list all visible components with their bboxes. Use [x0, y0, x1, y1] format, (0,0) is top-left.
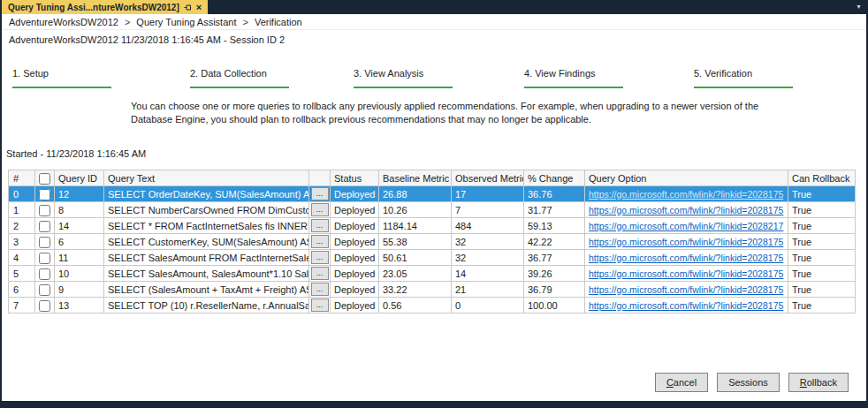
query-option-link[interactable]: https://go.microsoft.com/fwlink/?linkid=… [589, 237, 783, 247]
step-label[interactable]: 2. Data Collection [190, 68, 323, 79]
can-rollback-cell: True [788, 234, 856, 250]
row-checkbox[interactable] [39, 189, 50, 200]
row-number: 1 [9, 202, 35, 218]
pin-icon[interactable] [184, 4, 192, 11]
ellipsis-button[interactable]: ... [311, 251, 329, 264]
query-table-body: 012SELECT OrderDateKey, SUM(SalesAmount)… [9, 186, 856, 314]
content-area: AdventureWorksDW2012 > Query Tuning Assi… [2, 14, 866, 401]
step-label[interactable]: 4. View Findings [524, 68, 657, 79]
breadcrumb-item-query-tuning-assistant[interactable]: Query Tuning Assistant [136, 17, 236, 27]
col-header-baseline-metric: Baseline Metric [379, 170, 452, 186]
ellipsis-button[interactable]: ... [311, 283, 329, 296]
ellipsis-button[interactable]: ... [311, 219, 329, 232]
breadcrumb: AdventureWorksDW2012 > Query Tuning Assi… [2, 14, 866, 30]
step-underline [694, 87, 793, 88]
breadcrumb-item-verification: Verification [255, 17, 302, 27]
query-id-cell: 11 [55, 250, 104, 266]
observed-metric-cell: 17 [452, 186, 524, 202]
row-checkbox[interactable] [39, 221, 50, 232]
row-checkbox-cell [35, 298, 55, 314]
col-header-status: Status [331, 170, 379, 186]
status-cell: Deployed [331, 266, 379, 282]
table-row[interactable]: 18SELECT NumberCarsOwned FROM DimCustome… [9, 202, 856, 218]
wizard-step-data-collection: 2. Data Collection [190, 68, 323, 88]
ellipsis-button[interactable]: ... [311, 235, 329, 248]
row-checkbox[interactable] [39, 253, 50, 264]
can-rollback-cell: True [788, 202, 856, 218]
rollback-button[interactable]: Rollback [788, 373, 849, 392]
table-row[interactable]: 510SELECT SalesAmount, SalesAmount*1.10 … [9, 266, 856, 282]
col-header-percent-change: % Change [524, 170, 585, 186]
col-header-observed-metric: Observed Metric [452, 170, 524, 186]
select-all-checkbox[interactable] [39, 173, 50, 185]
step-label[interactable]: 3. View Analysis [354, 68, 486, 79]
document-tab[interactable]: Query Tuning Assi...ntureWorksDW2012] × [2, 0, 208, 14]
wizard-steps: 1. Setup 2. Data Collection 3. View Anal… [2, 68, 866, 96]
wizard-step-view-analysis: 3. View Analysis [354, 68, 486, 88]
query-id-cell: 6 [55, 234, 104, 250]
step-label[interactable]: 1. Setup [12, 68, 145, 79]
row-checkbox[interactable] [39, 205, 50, 216]
sessions-button[interactable]: Sessions [717, 373, 780, 392]
observed-metric-cell: 21 [452, 282, 524, 298]
observed-metric-cell: 14 [452, 266, 524, 282]
row-checkbox-cell [35, 234, 55, 250]
query-option-link[interactable]: https://go.microsoft.com/fwlink/?linkid=… [589, 189, 783, 200]
query-option-link[interactable]: https://go.microsoft.com/fwlink/?linkid=… [589, 284, 783, 295]
query-table: # Query ID Query Text Status Baseline Me… [8, 170, 856, 314]
page-description: You can choose one or more queries to ro… [131, 100, 787, 126]
ellipsis-button[interactable]: ... [311, 203, 329, 216]
table-row[interactable]: 411SELECT SalesAmount FROM FactInternetS… [9, 250, 856, 266]
step-underline [354, 87, 453, 88]
query-text-cell: SELECT CustomerKey, SUM(SalesAmount) AS … [104, 234, 309, 250]
ellipsis-cell: ... [309, 202, 331, 218]
query-option-cell: https://go.microsoft.com/fwlink/?linkid=… [585, 186, 788, 202]
table-header-row: # Query ID Query Text Status Baseline Me… [9, 170, 856, 186]
observed-metric-cell: 0 [452, 298, 524, 314]
row-checkbox-cell [35, 250, 55, 266]
cancel-button[interactable]: Cancel [655, 373, 708, 392]
query-text-cell: SELECT SalesAmount FROM FactInternetSale… [104, 250, 309, 266]
query-option-cell: https://go.microsoft.com/fwlink/?linkid=… [585, 218, 788, 234]
status-cell: Deployed [331, 250, 379, 266]
ellipsis-cell: ... [309, 282, 331, 298]
table-row[interactable]: 69SELECT (SalesAmount + TaxAmt + Freight… [9, 282, 856, 298]
tab-list-dropdown-icon[interactable]: ▼ [856, 4, 862, 10]
col-header-can-rollback: Can Rollback [788, 170, 856, 186]
status-cell: Deployed [331, 202, 379, 218]
table-row[interactable]: 36SELECT CustomerKey, SUM(SalesAmount) A… [9, 234, 856, 250]
query-option-link[interactable]: https://go.microsoft.com/fwlink/?linkid=… [589, 300, 783, 311]
query-id-cell: 12 [55, 186, 104, 202]
table-row[interactable]: 214SELECT * FROM FactInternetSales fis I… [9, 218, 856, 234]
query-option-cell: https://go.microsoft.com/fwlink/?linkid=… [585, 250, 788, 266]
row-checkbox-cell [35, 282, 55, 298]
ellipsis-cell: ... [309, 266, 331, 282]
row-number: 7 [9, 298, 35, 314]
observed-metric-cell: 484 [452, 218, 524, 234]
ellipsis-button[interactable]: ... [311, 187, 329, 200]
query-text-cell: SELECT TOP (10) r.ResellerName, r.Annual… [104, 298, 309, 314]
row-checkbox[interactable] [39, 300, 50, 312]
query-option-link[interactable]: https://go.microsoft.com/fwlink/?linkid=… [589, 205, 783, 215]
ellipsis-button[interactable]: ... [311, 267, 329, 280]
query-option-link[interactable]: https://go.microsoft.com/fwlink/?linkid=… [589, 253, 783, 263]
row-checkbox-cell [35, 218, 55, 234]
ellipsis-button[interactable]: ... [311, 298, 329, 312]
baseline-metric-cell: 23.05 [379, 266, 452, 282]
tab-bar: Query Tuning Assi...ntureWorksDW2012] × … [0, 0, 868, 14]
query-option-link[interactable]: https://go.microsoft.com/fwlink/?linkid=… [589, 221, 783, 231]
can-rollback-cell: True [788, 298, 856, 314]
table-row[interactable]: 713SELECT TOP (10) r.ResellerName, r.Ann… [9, 298, 856, 314]
baseline-metric-cell: 50.61 [379, 250, 452, 266]
row-checkbox[interactable] [39, 268, 50, 280]
query-option-link[interactable]: https://go.microsoft.com/fwlink/?linkid=… [589, 268, 783, 279]
row-number: 3 [9, 234, 35, 250]
row-checkbox[interactable] [39, 237, 50, 248]
table-row[interactable]: 012SELECT OrderDateKey, SUM(SalesAmount)… [9, 186, 856, 202]
status-cell: Deployed [331, 234, 379, 250]
row-checkbox[interactable] [39, 284, 50, 296]
row-checkbox-cell [35, 202, 55, 218]
breadcrumb-item-database[interactable]: AdventureWorksDW2012 [9, 17, 118, 27]
step-label[interactable]: 5. Verification [694, 68, 826, 79]
close-icon[interactable]: × [196, 3, 202, 11]
